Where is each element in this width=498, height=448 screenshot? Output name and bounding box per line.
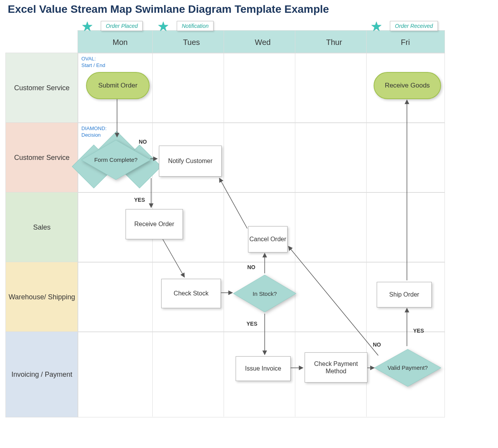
star-icon: ★ [157,19,169,34]
lane-label-customer-service-1: Customer Service [5,53,78,123]
node-check-stock: Check Stock [161,279,221,308]
milestone-order-received: Order Received [390,21,438,31]
lane-label-customer-service-2: Customer Service [5,122,78,193]
edge-label-yes-2: YES [246,321,257,327]
node-check-payment: Check Payment Method [305,352,367,383]
node-submit-order: Submit Order [86,72,150,99]
col-sep-2 [224,30,224,417]
node-issue-invoice: Issue Invoice [236,356,291,381]
milestone-notification: Notification [177,21,214,31]
star-icon: ★ [81,19,93,34]
annotation-diamond: DIAMOND: Decision [81,125,107,139]
edge-label-yes-1: YES [134,197,145,203]
day-wed: Wed [243,38,282,47]
edge-label-no-3: NO [373,342,381,348]
col-sep-3 [295,30,295,417]
lane-label-warehouse: Warehouse/ Shipping [5,262,78,332]
node-notify-customer: Notify Customer [159,146,222,177]
swimlane-diagram: Excel Value Stream Map Swimlane Diagram … [0,0,498,448]
node-in-stock: In Stock? [232,273,298,314]
node-valid-payment: Valid Payment? [373,348,443,388]
annotation-oval: OVAL: Start / End [81,56,105,69]
edge-label-yes-3: YES [413,328,424,334]
day-mon: Mon [101,38,140,47]
lane-label-sales: Sales [5,192,78,263]
day-tues: Tues [172,38,211,47]
lane-label-invoicing: Invoicing / Payment [5,331,78,417]
milestone-order-placed: Order Placed [101,21,143,31]
node-cancel-order: Cancel Order [248,226,288,252]
node-receive-order: Receive Order [126,209,183,239]
star-icon: ★ [370,19,382,34]
edge-label-no-1: NO [139,139,147,145]
node-ship-order: Ship Order [377,282,432,307]
node-receive-goods: Receive Goods [374,72,441,99]
edge-label-no-2: NO [247,264,255,270]
day-thur: Thur [315,38,353,47]
page-title: Excel Value Stream Map Swimlane Diagram … [8,3,329,15]
day-fri: Fri [386,38,425,47]
node-form-complete: Form Complete? [80,139,152,181]
